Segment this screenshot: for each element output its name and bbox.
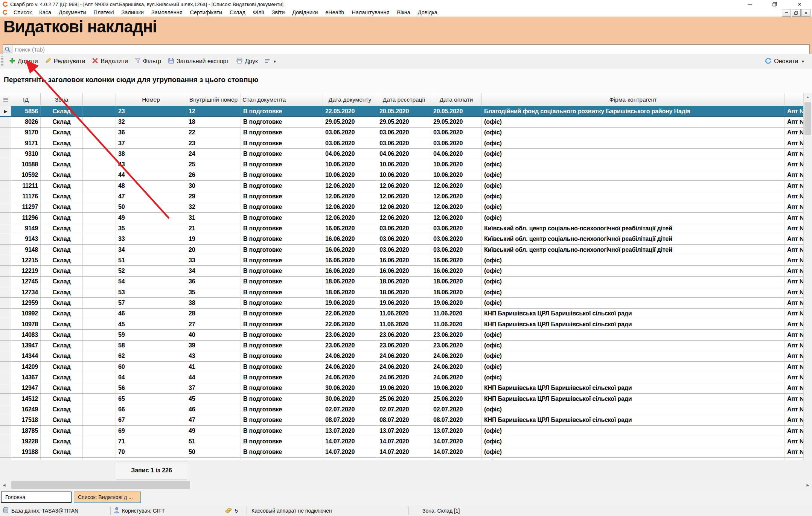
table-row[interactable]: 12734Склад5335В подготовке18.06.202018.0…: [0, 287, 804, 298]
table-row[interactable]: 12947Склад5637В подготовке30.06.202019.0…: [0, 383, 804, 394]
table-cell: В подготовке: [241, 191, 323, 202]
scroll-left-icon[interactable]: ◀: [0, 480, 8, 490]
table-cell: [83, 341, 116, 351]
menu-item-6[interactable]: Замовлення: [148, 9, 186, 15]
tab-document-list[interactable]: Список: Видаткові д ...: [74, 492, 141, 503]
column-header[interactable]: [785, 93, 804, 106]
table-row[interactable]: 14344Склад6243В подготовке24.06.202024.0…: [0, 351, 804, 362]
table-cell: Київський обл. центр соціально-психологі…: [482, 245, 785, 255]
table-row[interactable]: 18785Склад6949В подготовке13.07.202013.0…: [0, 426, 804, 436]
menu-item-7[interactable]: Сертифікати: [186, 9, 226, 15]
table-cell: 69: [116, 426, 186, 436]
menu-item-14[interactable]: Вікна: [393, 9, 414, 15]
table-cell: (офіс): [482, 436, 785, 447]
tab-home[interactable]: Головна: [1, 492, 72, 503]
column-header[interactable]: Фірма-контрагент: [482, 93, 785, 106]
table-row[interactable]: 12745Склад5436В подготовке18.06.202018.0…: [0, 277, 804, 287]
menu-item-3[interactable]: Документи: [55, 9, 90, 15]
plus-icon: [9, 58, 15, 65]
table-cell: Склад: [41, 159, 83, 170]
mdi-restore-button[interactable]: [792, 9, 801, 17]
table-row[interactable]: 19228Склад7151В подготовке14.07.202014.0…: [0, 436, 804, 447]
group-by-panel[interactable]: Перетягніть заголовок колонки сюди для у…: [0, 69, 812, 93]
table-row[interactable]: 10992Склад4628В подготовке22.06.202011.0…: [0, 309, 804, 319]
table-row[interactable]: 9170Склад3622В подготовке03.06.202003.06…: [0, 128, 804, 138]
menu-item-8[interactable]: Склад: [226, 9, 249, 15]
table-row[interactable]: 12959Склад5738В подготовке19.06.202019.0…: [0, 298, 804, 308]
column-header[interactable]: Дата оплати: [431, 93, 482, 106]
column-header[interactable]: ІД: [11, 93, 41, 106]
table-row[interactable]: 14209Склад6041В подготовке24.06.202024.0…: [0, 362, 804, 372]
column-header[interactable]: Номер: [116, 93, 186, 106]
table-row[interactable]: 12215Склад5133В подготовке16.06.202016.0…: [0, 255, 804, 266]
table-row[interactable]: 16249Склад6646В подготовке02.07.202002.0…: [0, 404, 804, 415]
table-row[interactable]: 10592Склад4426В подготовке10.06.202010.0…: [0, 170, 804, 181]
table-row[interactable]: 14367Склад6444В подготовке24.06.202024.0…: [0, 372, 804, 383]
vertical-scroll-thumb[interactable]: [804, 102, 811, 135]
maximize-button[interactable]: [762, 0, 787, 8]
menu-item-15[interactable]: Довідка: [414, 9, 441, 15]
table-row[interactable]: 12219Склад5234В подготовке16.06.202016.0…: [0, 266, 804, 276]
column-header[interactable]: Стан документа: [241, 93, 323, 106]
filter-button[interactable]: Фільтр: [131, 56, 165, 67]
column-header[interactable]: Зона: [41, 93, 83, 106]
column-header[interactable]: [83, 93, 116, 106]
table-row[interactable]: 9148Склад3420В подготовке16.06.202003.06…: [0, 245, 804, 255]
menu-item-1[interactable]: Список: [10, 9, 35, 15]
print-button[interactable]: Друк: [233, 56, 262, 67]
table-row[interactable]: 11176Склад4729В подготовке12.06.202012.0…: [0, 191, 804, 202]
scroll-up-icon[interactable]: ▲: [804, 93, 812, 101]
view-options-button[interactable]: ▼: [261, 56, 280, 66]
table-row[interactable]: 14512Склад6545В подготовке30.06.202025.0…: [0, 394, 804, 404]
table-row[interactable]: 9310Склад3824В подготовке04.06.202004.06…: [0, 149, 804, 159]
refresh-button[interactable]: Оновити ▼: [761, 56, 808, 67]
scroll-right-icon[interactable]: ▶: [804, 480, 812, 490]
table-cell: 12.06.2020: [323, 181, 377, 191]
menu-item-11[interactable]: Довідники: [288, 9, 321, 15]
menu-item-4[interactable]: Платежі: [90, 9, 118, 15]
menu-item-9[interactable]: Філії: [249, 9, 268, 15]
edit-button[interactable]: Редагувати: [41, 56, 89, 67]
table-cell: 36: [116, 128, 186, 138]
search-input[interactable]: [12, 46, 809, 53]
table-row[interactable]: 9171Склад3723В подготовке03.06.202003.06…: [0, 138, 804, 149]
vertical-scrollbar[interactable]: ▲ ▼: [803, 93, 812, 480]
table-row[interactable]: 10978Склад4527В подготовке22.06.202011.0…: [0, 319, 804, 330]
export-button[interactable]: Загальний експорт: [165, 56, 232, 67]
table-cell: 19.06.2020: [323, 298, 377, 308]
column-chooser-button[interactable]: [0, 93, 11, 106]
table-cell: 24.06.2020: [431, 362, 482, 372]
add-button[interactable]: Додати: [6, 56, 41, 67]
mdi-close-button[interactable]: ✕: [801, 9, 810, 17]
table-row[interactable]: 11211Склад4830В подготовке12.06.202012.0…: [0, 181, 804, 191]
table-row[interactable]: 10588Склад4325В подготовке10.06.202010.0…: [0, 159, 804, 170]
minimize-button[interactable]: [737, 0, 762, 8]
horizontal-scroll-thumb[interactable]: [11, 481, 190, 489]
menu-item-13[interactable]: Налаштування: [348, 9, 393, 15]
menu-item-12[interactable]: eHealth: [321, 9, 348, 15]
column-header[interactable]: Дата реєстрації: [377, 93, 431, 106]
search-icon[interactable]: [3, 45, 12, 53]
table-row[interactable]: 19188Склад7050В подготовке14.07.202014.0…: [0, 447, 804, 458]
table-cell: В подготовке: [241, 426, 323, 436]
column-header[interactable]: Внутрішній номер: [186, 93, 241, 106]
close-button[interactable]: ✕: [787, 0, 812, 8]
table-row[interactable]: 11297Склад5032В подготовке12.06.202012.0…: [0, 202, 804, 213]
column-header[interactable]: Дата документу: [323, 93, 377, 106]
table-row[interactable]: 9149Склад3521В подготовке16.06.202003.06…: [0, 223, 804, 234]
table-row[interactable]: 17518Склад6747В подготовке08.07.202008.0…: [0, 415, 804, 426]
horizontal-scrollbar[interactable]: ◀ ▶: [0, 480, 812, 490]
table-row[interactable]: 8026Склад3218В подготовке29.05.202029.05…: [0, 117, 804, 127]
menu-item-5[interactable]: Залишки: [117, 9, 147, 15]
mdi-minimize-button[interactable]: [782, 9, 791, 17]
table-row[interactable]: 14083Склад5940В подготовке23.06.202023.0…: [0, 330, 804, 340]
menu-item-2[interactable]: Каса: [35, 9, 55, 15]
menu-item-10[interactable]: Звіти: [268, 9, 288, 15]
table-row[interactable]: 11296Склад4931В подготовке12.06.202012.0…: [0, 213, 804, 223]
table-row[interactable]: ▸5856Склад2312В подготовке22.05.202020.0…: [0, 106, 804, 117]
delete-button[interactable]: Видалити: [88, 56, 131, 67]
table-cell: [83, 170, 116, 181]
table-row[interactable]: 9143Склад3319В подготовке16.06.202003.06…: [0, 234, 804, 245]
table-row[interactable]: 13947Склад5839В подготовке23.06.202023.0…: [0, 341, 804, 351]
table-cell: [0, 319, 11, 330]
